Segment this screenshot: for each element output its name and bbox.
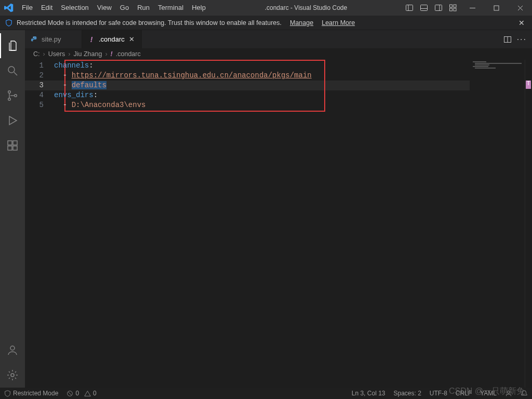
svg-rect-20 xyxy=(13,141,17,145)
window-maximize-button[interactable] xyxy=(484,0,508,16)
menu-terminal[interactable]: Terminal xyxy=(154,0,188,16)
breadcrumb-item[interactable]: C: xyxy=(33,50,40,58)
status-encoding[interactable]: UTF-8 xyxy=(425,388,451,399)
menu-run[interactable]: Run xyxy=(133,0,154,16)
status-spaces[interactable]: Spaces: 2 xyxy=(389,388,425,399)
split-editor-icon[interactable] xyxy=(503,35,512,44)
activity-bar xyxy=(0,30,25,388)
shield-icon xyxy=(5,19,12,26)
status-bar: Restricted Mode 0 0 Ln 3, Col 13 Spaces:… xyxy=(0,388,532,399)
minimap[interactable] xyxy=(470,60,532,388)
svg-point-30 xyxy=(508,391,510,393)
svg-point-25 xyxy=(33,37,34,37)
tab-condarc[interactable]: ! .condarc ✕ xyxy=(82,30,142,48)
tab-close-icon[interactable]: ✕ xyxy=(128,35,136,43)
exclaim-file-icon: ! xyxy=(111,50,113,58)
activity-extensions-icon[interactable] xyxy=(0,133,25,158)
svg-rect-6 xyxy=(450,5,453,7)
window-minimize-button[interactable] xyxy=(460,0,484,16)
customize-layout-icon[interactable] xyxy=(446,0,460,16)
menu-file[interactable]: File xyxy=(18,0,37,16)
line-content[interactable]: channels: xyxy=(54,61,94,71)
line-number: 3 xyxy=(25,81,54,90)
line-number: 5 xyxy=(25,100,54,110)
svg-line-29 xyxy=(69,392,72,395)
activity-source-control-icon[interactable] xyxy=(0,83,25,108)
status-language[interactable]: YAML xyxy=(476,388,501,399)
svg-point-16 xyxy=(8,91,11,94)
tab-label: site.py xyxy=(42,35,61,43)
menu-go[interactable]: Go xyxy=(116,0,133,16)
more-actions-icon[interactable]: ··· xyxy=(517,35,527,44)
status-feedback-icon[interactable] xyxy=(501,388,516,399)
menu-bar: File Edit Selection View Go Run Terminal… xyxy=(18,0,210,16)
activity-run-debug-icon[interactable] xyxy=(0,108,25,133)
breadcrumb-file[interactable]: .condarc xyxy=(116,50,141,58)
restricted-manage-link[interactable]: Manage xyxy=(290,19,313,26)
overview-marker-t: T xyxy=(526,81,531,89)
restricted-learn-link[interactable]: Learn More xyxy=(322,19,355,26)
editor-group: site.py ! .condarc ✕ ··· C:› Users› Jiu … xyxy=(25,30,532,388)
editor-line[interactable]: 1channels: xyxy=(25,61,532,71)
breadcrumb[interactable]: C:› Users› Jiu Zhang› ! .condarc xyxy=(25,48,532,60)
line-content[interactable]: - D:\Anaconda3\envs xyxy=(54,100,145,110)
breadcrumb-item[interactable]: Jiu Zhang xyxy=(74,50,102,58)
status-restricted-mode[interactable]: Restricted Mode xyxy=(0,388,62,399)
editor-tabs: site.py ! .condarc ✕ ··· xyxy=(25,30,532,48)
activity-settings-icon[interactable] xyxy=(0,363,25,388)
line-number: 1 xyxy=(25,61,54,71)
line-content[interactable]: envs_dirs: xyxy=(54,90,98,100)
vscode-logo-icon xyxy=(0,3,18,12)
title-bar: File Edit Selection View Go Run Terminal… xyxy=(0,0,532,16)
svg-line-15 xyxy=(14,72,17,75)
editor-line[interactable]: 4envs_dirs: xyxy=(25,90,532,100)
menu-edit[interactable]: Edit xyxy=(37,0,57,16)
layout-panel-right-icon[interactable] xyxy=(431,0,446,16)
editor-line[interactable]: 2 - https://mirrors.tuna.tsinghua.edu.cn… xyxy=(25,71,532,81)
svg-point-18 xyxy=(15,95,17,97)
layout-panel-left-icon[interactable] xyxy=(402,0,417,16)
layout-panel-bottom-icon[interactable] xyxy=(417,0,431,16)
line-content[interactable]: - https://mirrors.tuna.tsinghua.edu.cn/a… xyxy=(54,71,312,81)
overview-ruler[interactable]: T xyxy=(525,60,532,388)
exclaim-file-icon: ! xyxy=(87,35,96,44)
window-title: .condarc - Visual Studio Code xyxy=(210,4,402,11)
editor-line[interactable]: 3 - defaults xyxy=(25,81,532,90)
line-number: 2 xyxy=(25,71,54,81)
svg-point-24 xyxy=(11,374,14,377)
line-content[interactable]: - defaults xyxy=(54,81,107,90)
svg-rect-22 xyxy=(13,146,17,150)
svg-rect-21 xyxy=(8,146,12,150)
menu-selection[interactable]: Selection xyxy=(57,0,92,16)
python-file-icon xyxy=(30,35,38,44)
svg-rect-8 xyxy=(450,8,453,11)
window-close-button[interactable] xyxy=(508,0,532,16)
status-problems[interactable]: 0 0 xyxy=(62,388,100,399)
svg-point-14 xyxy=(8,66,15,73)
tab-label: .condarc xyxy=(99,35,125,43)
text-editor[interactable]: 1channels:2 - https://mirrors.tuna.tsing… xyxy=(25,60,532,388)
svg-rect-19 xyxy=(8,141,12,145)
editor-line[interactable]: 5 - D:\Anaconda3\envs xyxy=(25,100,532,110)
menu-help[interactable]: Help xyxy=(188,0,210,16)
svg-rect-7 xyxy=(454,5,456,7)
breadcrumb-item[interactable]: Users xyxy=(48,50,65,58)
status-ln-col[interactable]: Ln 3, Col 13 xyxy=(348,388,390,399)
status-eol[interactable]: CRLF xyxy=(451,388,476,399)
activity-accounts-icon[interactable] xyxy=(0,338,25,363)
tab-site-py[interactable]: site.py xyxy=(25,30,82,48)
svg-rect-0 xyxy=(406,5,413,11)
activity-explorer-icon[interactable] xyxy=(0,33,25,58)
menu-view[interactable]: View xyxy=(93,0,116,16)
restricted-message: Restricted Mode is intended for safe cod… xyxy=(17,19,282,26)
activity-search-icon[interactable] xyxy=(0,58,25,83)
close-icon[interactable]: ✕ xyxy=(516,19,527,27)
svg-point-23 xyxy=(10,346,15,350)
svg-rect-11 xyxy=(494,6,499,10)
svg-rect-9 xyxy=(454,8,456,11)
svg-rect-4 xyxy=(435,5,442,11)
status-bell-icon[interactable] xyxy=(516,388,532,399)
svg-rect-2 xyxy=(421,5,428,11)
svg-rect-10 xyxy=(470,8,475,8)
svg-point-17 xyxy=(8,98,11,101)
